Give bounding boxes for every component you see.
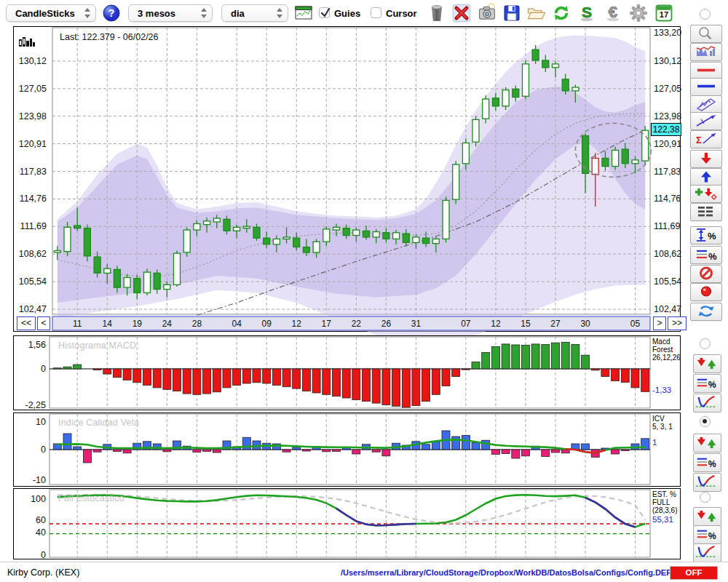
signals-icon (692, 186, 721, 201)
svg-text:28: 28 (192, 319, 202, 329)
percent-lines-button[interactable]: % (690, 246, 722, 264)
chart-window-button[interactable] (295, 6, 312, 20)
settings-button[interactable] (628, 3, 649, 23)
stoch-curve-button[interactable] (693, 543, 721, 562)
svg-text:22: 22 (352, 319, 362, 329)
guies-checkbox[interactable] (319, 7, 330, 18)
macd-percent-lines-button[interactable]: % (693, 374, 721, 393)
macd-radio[interactable] (700, 338, 711, 349)
trash-button[interactable] (427, 3, 447, 23)
signals-button[interactable] (690, 185, 722, 203)
stoch-signal-arrows-button[interactable] (693, 507, 721, 526)
snapshot-button[interactable] (477, 3, 497, 23)
interval-select[interactable]: dia (221, 4, 288, 22)
arrow-down-button[interactable] (690, 150, 722, 168)
svg-text:127,05: 127,05 (654, 84, 681, 94)
save-button[interactable] (502, 3, 522, 23)
svg-text:114,76: 114,76 (20, 194, 47, 204)
nav-last-button[interactable]: >> (668, 316, 687, 330)
euro-icon: € (603, 3, 623, 23)
svg-text:0: 0 (41, 550, 46, 560)
vertical-percent-icon: % (692, 227, 721, 242)
icv-curve-button[interactable] (693, 473, 721, 492)
help-button[interactable]: ? (103, 4, 120, 22)
nav-next-button[interactable]: > (653, 316, 666, 330)
svg-text:102,47: 102,47 (19, 304, 47, 314)
svg-text:26: 26 (381, 319, 392, 329)
zoom-button[interactable] (690, 25, 722, 43)
record-button[interactable] (690, 283, 722, 301)
svg-text:%: % (708, 231, 716, 242)
vertical-percent-button[interactable]: % (690, 226, 722, 244)
refresh-button[interactable] (551, 3, 571, 23)
stoch-radio[interactable] (700, 492, 711, 503)
open-button[interactable] (526, 3, 546, 23)
percent-lines-icon: % (692, 247, 721, 262)
blue-line-button[interactable] (690, 78, 722, 96)
macd-signal-arrows-button[interactable] (693, 354, 721, 373)
delete-icon (451, 3, 472, 23)
curve-icon (694, 474, 719, 490)
svg-text:114,76: 114,76 (654, 194, 681, 204)
chevron-updown-icon (84, 7, 91, 19)
nav-prev-button[interactable]: < (37, 316, 50, 330)
nav-first-button[interactable]: << (17, 316, 36, 330)
svg-text:12: 12 (491, 319, 501, 329)
sync-button[interactable] (690, 303, 722, 321)
curve-icon (694, 544, 719, 560)
stoch-percent-lines-button[interactable]: % (693, 525, 721, 544)
chevron-updown-icon (200, 7, 207, 19)
blue-line-icon (692, 79, 721, 94)
macd-value: -1,33 (652, 386, 671, 394)
icv-percent-lines-button[interactable]: % (693, 453, 721, 472)
delete-button[interactable] (451, 3, 472, 23)
app-window: 130,12130,12127,05127,05123,98123,98120,… (0, 0, 728, 582)
svg-text:102,47: 102,47 (654, 304, 681, 314)
currency-button[interactable]: S (577, 3, 597, 23)
icv-radio[interactable] (700, 416, 711, 427)
channel-button[interactable] (690, 95, 722, 113)
chart-type-select[interactable]: CandleSticks (6, 4, 96, 22)
off-button[interactable]: OFF (670, 566, 718, 580)
volume-icon (19, 36, 35, 51)
svg-text:%: % (708, 380, 716, 390)
svg-text:19: 19 (132, 319, 143, 329)
svg-text:24: 24 (162, 319, 173, 329)
levels-button[interactable] (690, 203, 722, 221)
calendar-day: 17 (660, 10, 668, 19)
svg-text:120,91: 120,91 (19, 139, 47, 149)
levels-icon (692, 204, 721, 219)
check-icon (318, 6, 333, 20)
svg-text:117,83: 117,83 (20, 167, 47, 177)
macd-curve-button[interactable] (693, 394, 721, 412)
disable-button[interactable] (690, 265, 722, 283)
indicators-button[interactable] (690, 43, 722, 61)
svg-text:60: 60 (36, 515, 46, 525)
status-bar: Kirby Corp. (KEX) /Users/mserra/Library/… (0, 562, 728, 582)
euro-button[interactable]: € (603, 3, 623, 23)
config-path: /Users/mserra/Library/CloudStorage/Dropb… (341, 568, 707, 577)
svg-text:27: 27 (550, 319, 561, 329)
record-icon (692, 284, 721, 299)
arrow-up-icon (692, 169, 721, 184)
sigma-trend-button[interactable]: Σ (690, 130, 722, 148)
svg-text:05: 05 (630, 319, 641, 329)
channel-icon (692, 96, 721, 111)
svg-text:S: S (582, 4, 592, 20)
svg-text:Σ: Σ (696, 135, 702, 146)
svg-text:15: 15 (521, 319, 531, 329)
interval-label: dia (231, 8, 272, 19)
arrow-up-button[interactable] (690, 168, 722, 186)
chart-type-label: CandleSticks (15, 8, 79, 19)
main-chart-radio[interactable] (700, 9, 711, 20)
period-select[interactable]: 3 mesos (128, 4, 213, 22)
svg-text:10: 10 (36, 417, 46, 427)
icv-signal-arrows-button[interactable] (693, 434, 721, 453)
cursor-checkbox[interactable] (371, 7, 381, 18)
signal-arrows-icon (694, 508, 719, 524)
calendar-button[interactable]: 17 (654, 3, 674, 23)
sync-icon (692, 303, 721, 319)
trend-button[interactable] (690, 112, 722, 130)
last-price-label: Last: 122.379 - 06/02/26 (60, 32, 159, 42)
svg-text:105,54: 105,54 (654, 276, 681, 287)
